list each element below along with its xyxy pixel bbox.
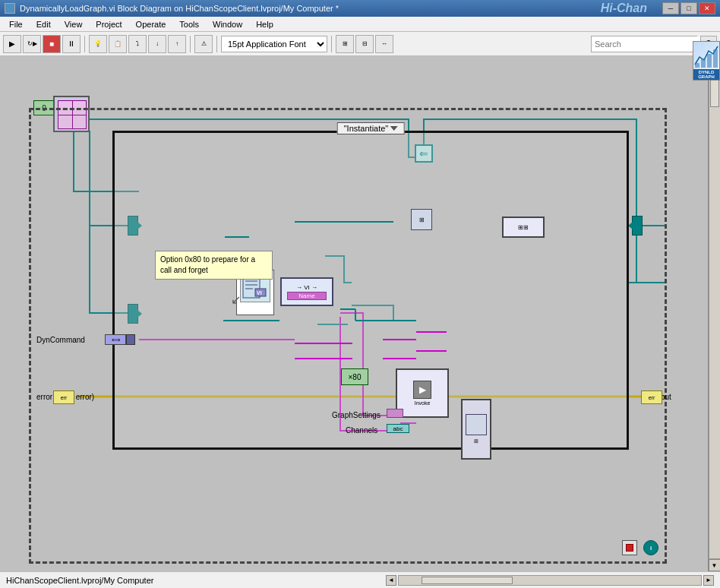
abort-button[interactable]: ■: [43, 35, 61, 53]
menu-edit[interactable]: Edit: [30, 18, 57, 30]
separator-2: [190, 36, 191, 52]
window-controls: ─ □ ✕: [662, 2, 715, 14]
main-area: 0 i: [0, 56, 720, 571]
loop-iteration-terminal[interactable]: i: [643, 540, 658, 555]
diagram-content: 0 i: [6, 62, 690, 564]
dyn-command-label: DynCommand: [36, 336, 85, 344]
case-selector-header[interactable]: "Instantiate": [337, 122, 405, 134]
hex-constant[interactable]: ×80: [341, 368, 368, 385]
graph-settings-label: GraphSettings: [332, 411, 381, 419]
svg-rect-0: [695, 63, 699, 68]
menu-operate[interactable]: Operate: [130, 18, 172, 30]
horizontal-scroll-area: ◄ ►: [386, 575, 714, 586]
bundle-label: ⊞: [474, 438, 478, 444]
dyn-command-connector: [126, 334, 135, 345]
separator-3: [216, 36, 217, 52]
hscroll-track[interactable]: [398, 575, 702, 586]
menu-bar: File Edit View Project Operate Tools Win…: [0, 17, 720, 32]
hex-value: ×80: [349, 373, 362, 381]
case-label-text: "Instantiate": [344, 124, 389, 133]
dynld-graph-badge: DYNLDGRAPH: [693, 41, 720, 81]
badge-graph-area: [693, 42, 719, 69]
font-selector[interactable]: 15pt Application Font: [221, 36, 327, 52]
scroll-down-button[interactable]: ▼: [709, 559, 721, 571]
badge-label: DYNLDGRAPH: [693, 69, 719, 80]
status-project-text: HiChanScopeClient.lvproj/My Computer: [6, 576, 383, 585]
play-icon: ▶: [413, 381, 431, 399]
channels-label: Channels: [346, 426, 377, 435]
vi-name-terminal: Name: [287, 292, 327, 300]
scroll-right-button[interactable]: ►: [703, 575, 714, 586]
hscroll-thumb[interactable]: [422, 577, 513, 584]
logo-text: Hi-Chan: [601, 2, 647, 15]
error-out-terminal: err: [641, 390, 662, 404]
menu-file[interactable]: File: [3, 18, 29, 30]
case-structure[interactable]: "Instantiate" VI: [112, 131, 629, 450]
menu-project[interactable]: Project: [90, 18, 128, 30]
toolbar: ▶ ↻▶ ■ ⏸ 💡 📋 ⤵ ↓ ↑ ⚠ 15pt Application Fo…: [0, 32, 720, 56]
step-out-button[interactable]: ↑: [168, 35, 186, 53]
invoke-label: Invoke: [415, 400, 431, 406]
separator-4: [331, 36, 332, 52]
scroll-thumb[interactable]: [710, 77, 719, 107]
error-in-terminal[interactable]: err: [53, 390, 74, 404]
step-over-button[interactable]: ⤵: [128, 35, 147, 53]
svg-rect-3: [713, 49, 718, 68]
menu-help[interactable]: Help: [250, 18, 279, 30]
dyn-command-terminal[interactable]: ⟺: [105, 334, 126, 345]
separator-1: [84, 36, 85, 52]
vi-node-label: → VI →: [295, 283, 318, 292]
iteration-label: i: [650, 545, 652, 552]
menu-tools[interactable]: Tools: [173, 18, 205, 30]
property-node[interactable]: ⊞⊞: [502, 217, 545, 238]
run-continuously-button[interactable]: ↻▶: [23, 35, 41, 53]
search-input[interactable]: [592, 36, 703, 52]
vi-reference-node[interactable]: VI: [236, 270, 274, 315]
case-dropdown-icon[interactable]: [390, 126, 397, 131]
highlight-exec-button[interactable]: 💡: [89, 35, 107, 53]
invoke-node[interactable]: ▶ Invoke: [396, 368, 449, 418]
run-button[interactable]: ▶: [3, 35, 21, 53]
svg-text:VI: VI: [257, 290, 262, 296]
svg-rect-1: [701, 58, 706, 68]
bundle-node[interactable]: ⊞: [461, 399, 491, 460]
search-box: 🔍: [591, 36, 697, 52]
stop-icon: [626, 544, 633, 552]
menu-view[interactable]: View: [58, 18, 89, 30]
channels-terminal[interactable]: abc: [387, 424, 409, 433]
property-node-label: ⊞⊞: [518, 224, 529, 231]
warn-button[interactable]: ⚠: [194, 35, 213, 53]
menu-window[interactable]: Window: [207, 18, 248, 30]
logo-area: Hi-Chan: [601, 0, 658, 17]
maximize-button[interactable]: □: [681, 2, 697, 14]
open-vi-ref-node[interactable]: → VI → Name: [280, 277, 333, 306]
align-button[interactable]: ⊞: [336, 35, 354, 53]
minimize-button[interactable]: ─: [662, 2, 679, 14]
vertical-scrollbar: ▲ ▼: [708, 56, 720, 571]
diagram-canvas[interactable]: 0 i: [0, 56, 708, 571]
svg-rect-2: [707, 54, 712, 68]
resize-button[interactable]: ↔: [375, 35, 393, 53]
cluster-node-1[interactable]: ⊞: [411, 209, 432, 230]
retain-wire-vals-button[interactable]: 📋: [109, 35, 127, 53]
bundle-icon: [466, 414, 487, 435]
terminal-icon: ⟺: [112, 337, 120, 343]
scroll-track[interactable]: [709, 68, 721, 559]
window-title: DynamicallyLoadGraph.vi Block Diagram on…: [20, 4, 596, 13]
loop-conditional-terminal[interactable]: [622, 540, 637, 555]
error-out-icon: err: [649, 395, 655, 400]
shift-register-right[interactable]: [632, 216, 643, 236]
scroll-left-button[interactable]: ◄: [386, 575, 396, 586]
distribute-button[interactable]: ⊟: [355, 35, 374, 53]
pause-button[interactable]: ⏸: [62, 35, 81, 53]
vi-icon: VI: [240, 272, 270, 302]
error-icon: err: [61, 395, 68, 400]
app-icon: [5, 3, 15, 14]
close-button[interactable]: ✕: [699, 2, 715, 14]
step-into-button[interactable]: ↓: [148, 35, 166, 53]
title-bar: DynamicallyLoadGraph.vi Block Diagram on…: [0, 0, 720, 17]
status-bar: HiChanScopeClient.lvproj/My Computer ◄ ►: [0, 571, 720, 588]
graph-settings-terminal[interactable]: [387, 409, 403, 418]
